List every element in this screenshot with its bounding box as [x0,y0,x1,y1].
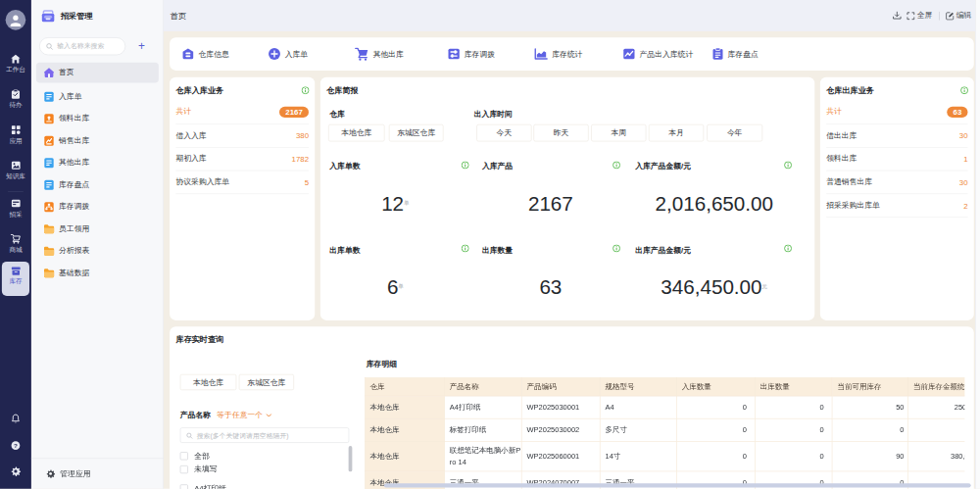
svg-text:?: ? [14,442,18,449]
